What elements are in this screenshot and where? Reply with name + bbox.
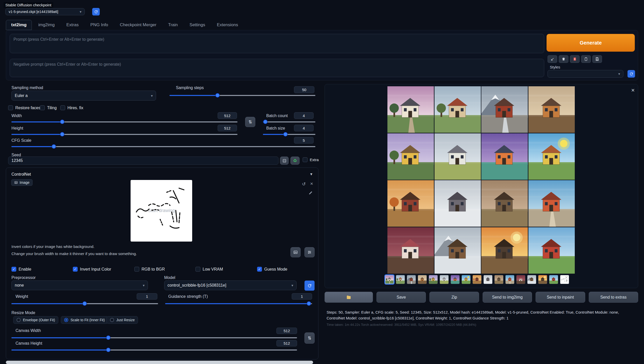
save-style-button[interactable] bbox=[592, 55, 602, 63]
gallery-thumbnail-5[interactable] bbox=[429, 275, 438, 284]
new-canvas-button[interactable] bbox=[290, 247, 301, 257]
send-to-img2img-button[interactable]: Send to img2img bbox=[483, 292, 532, 303]
gallery-thumbnail-16[interactable] bbox=[549, 275, 558, 284]
cfg-scale-slider[interactable] bbox=[11, 144, 315, 149]
gallery-image-2[interactable] bbox=[435, 86, 481, 133]
checkbox-restore-faces[interactable]: Restore faces bbox=[8, 105, 40, 110]
controlnet-weight-value[interactable]: 1 bbox=[137, 293, 157, 300]
checkbox-box[interactable] bbox=[134, 267, 139, 272]
brush-pencil-icon[interactable] bbox=[309, 190, 313, 195]
slider-knob[interactable] bbox=[106, 335, 110, 340]
guidance-strength-slider[interactable] bbox=[165, 301, 312, 306]
gallery-image-8[interactable] bbox=[528, 133, 575, 180]
checkbox-tiling[interactable]: Tiling bbox=[40, 105, 57, 110]
send-to-extras-button[interactable]: Send to extras bbox=[589, 292, 638, 303]
undo-icon[interactable]: ↺ bbox=[302, 182, 306, 186]
slider-knob[interactable] bbox=[60, 132, 64, 136]
paste-generation-params-button[interactable]: ↙ bbox=[548, 55, 557, 63]
tab-settings[interactable]: Settings bbox=[184, 20, 211, 30]
checkbox-hires-fix[interactable]: Hires. fix bbox=[60, 105, 83, 110]
slider-knob[interactable] bbox=[106, 348, 110, 352]
tab-extras[interactable]: Extras bbox=[61, 20, 84, 30]
seed-reuse-button[interactable]: ♻ bbox=[290, 157, 300, 165]
radio-circle[interactable] bbox=[64, 318, 68, 322]
radio-envelope-outer-fit[interactable]: Envelope (Outer Fit) bbox=[13, 316, 58, 324]
checkbox-box[interactable]: ✓ bbox=[73, 267, 78, 272]
batch-size-value[interactable]: 4 bbox=[294, 125, 314, 131]
radio-circle[interactable] bbox=[17, 318, 21, 322]
seed-input[interactable] bbox=[8, 157, 278, 165]
gallery-image-12[interactable] bbox=[528, 180, 575, 227]
extra-networks-button[interactable] bbox=[570, 55, 580, 63]
guidance-strength-value[interactable]: 1 bbox=[292, 293, 312, 300]
gallery-thumbnail-9[interactable] bbox=[472, 275, 482, 284]
zip-button[interactable]: Zip bbox=[429, 292, 479, 303]
tab-img2img[interactable]: img2img bbox=[33, 20, 60, 30]
cfg-scale-value[interactable]: 5 bbox=[294, 137, 314, 144]
checkbox-rgb-to-bgr[interactable]: RGB to BGR bbox=[134, 267, 165, 272]
radio-scale-to-fit-inner-fit[interactable]: Scale to Fit (Inner Fit) bbox=[61, 316, 108, 324]
slider-knob[interactable] bbox=[60, 120, 64, 124]
canvas-width-value[interactable]: 512 bbox=[276, 328, 297, 334]
negative-prompt-input[interactable] bbox=[10, 59, 544, 77]
gallery-thumbnail-3[interactable] bbox=[407, 275, 416, 284]
gallery-thumbnail-1[interactable] bbox=[385, 275, 394, 284]
slider-knob[interactable] bbox=[307, 301, 311, 306]
gallery-image-9[interactable] bbox=[387, 180, 434, 227]
canvas-height-slider[interactable] bbox=[11, 348, 297, 352]
gallery-image-14[interactable] bbox=[435, 227, 481, 274]
gallery-image-1[interactable] bbox=[387, 86, 434, 133]
height-slider[interactable] bbox=[11, 132, 237, 137]
send-to-inpaint-button[interactable]: Send to inpaint bbox=[536, 292, 585, 303]
gallery-image-10[interactable] bbox=[435, 180, 481, 227]
styles-refresh-button[interactable] bbox=[627, 70, 635, 78]
slider-track[interactable] bbox=[263, 121, 315, 122]
checkpoint-select[interactable]: v1-5-pruned.ckpt [e1441589a6] ▾ bbox=[5, 8, 85, 15]
checkbox-box[interactable]: ✓ bbox=[11, 267, 16, 272]
sampling-method-select[interactable]: Euler a ▾ bbox=[11, 91, 156, 101]
checkbox-box[interactable]: ✓ bbox=[257, 267, 262, 272]
controlnet-weight-slider[interactable] bbox=[11, 301, 158, 306]
slider-knob[interactable] bbox=[52, 144, 56, 149]
gallery-image-15[interactable] bbox=[481, 227, 528, 274]
canvas-width-slider[interactable] bbox=[11, 335, 297, 340]
controlnet-drawing-canvas[interactable]: Start drawing bbox=[131, 180, 192, 242]
checkbox-enable[interactable]: ✓Enable bbox=[11, 267, 31, 272]
controlnet-model-refresh-button[interactable] bbox=[304, 281, 315, 291]
adjust-sliders-button[interactable] bbox=[304, 247, 315, 257]
save-button[interactable]: Save bbox=[376, 292, 426, 303]
gallery-image-5[interactable] bbox=[387, 133, 434, 180]
checkpoint-refresh-button[interactable] bbox=[92, 8, 100, 16]
horizontal-scrollbar[interactable] bbox=[6, 361, 313, 364]
slider-knob[interactable] bbox=[283, 132, 288, 136]
gallery-image-16[interactable] bbox=[528, 227, 575, 274]
checkbox-box[interactable] bbox=[40, 105, 45, 110]
width-value[interactable]: 512 bbox=[218, 112, 237, 119]
preprocessor-select[interactable]: none ▾ bbox=[11, 281, 148, 290]
slider-knob[interactable] bbox=[82, 301, 87, 306]
checkbox-low-vram[interactable]: Low VRAM bbox=[195, 267, 223, 272]
gallery-thumbnail-13[interactable] bbox=[516, 275, 525, 284]
gallery-image-4[interactable] bbox=[528, 86, 575, 133]
checkbox-invert-input-color[interactable]: ✓Invert Input Color bbox=[73, 267, 111, 272]
prompt-input[interactable] bbox=[10, 34, 544, 53]
controlnet-model-select[interactable]: control_scribble-fp16 [c508311e] ▾ bbox=[164, 281, 297, 290]
swap-canvas-dimensions-button[interactable]: ⇅ bbox=[304, 332, 315, 344]
tab-extensions[interactable]: Extensions bbox=[212, 20, 243, 30]
gallery-thumbnail-11[interactable] bbox=[494, 275, 503, 284]
gallery-image-7[interactable] bbox=[481, 133, 528, 180]
height-value[interactable]: 512 bbox=[218, 125, 237, 131]
gallery-image-11[interactable] bbox=[481, 180, 528, 227]
clear-canvas-icon[interactable]: ✕ bbox=[310, 182, 313, 186]
tab-png-info[interactable]: PNG Info bbox=[85, 20, 114, 30]
gallery-thumbnail-8[interactable] bbox=[461, 275, 471, 284]
gallery-image-6[interactable] bbox=[435, 133, 481, 180]
checkbox-guess-mode[interactable]: ✓Guess Mode bbox=[257, 267, 287, 272]
gallery-close-icon[interactable]: ✕ bbox=[631, 88, 635, 93]
sampling-steps-value[interactable]: 50 bbox=[294, 86, 314, 93]
checkbox-extra[interactable]: Extra bbox=[303, 157, 319, 162]
checkbox-box[interactable] bbox=[60, 105, 65, 110]
swap-width-height-button[interactable]: ⇅ bbox=[245, 117, 255, 127]
gallery-thumbnail-7[interactable] bbox=[451, 275, 460, 284]
slider-knob[interactable] bbox=[215, 93, 220, 97]
